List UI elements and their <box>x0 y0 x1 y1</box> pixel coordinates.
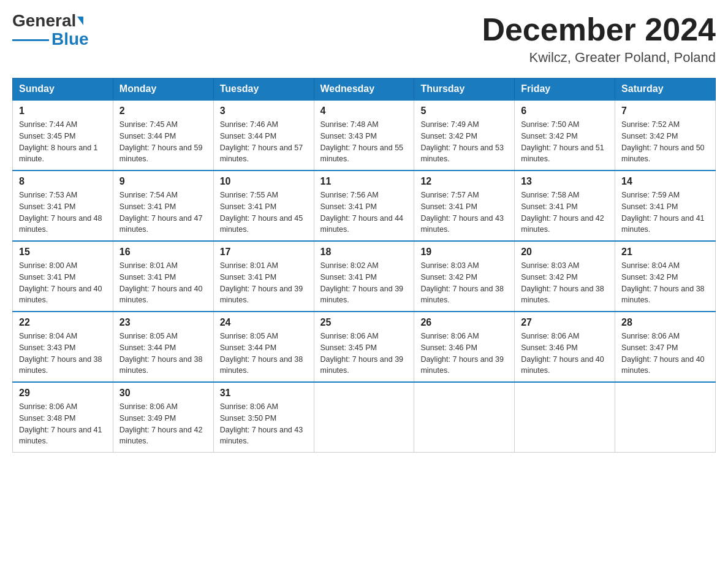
sunset-label: Sunset: 3:41 PM <box>521 202 577 211</box>
sunset-label: Sunset: 3:41 PM <box>320 202 377 211</box>
daylight-label: Daylight: 7 hours and 39 minutes. <box>320 285 404 305</box>
logo-line <box>12 39 49 41</box>
day-headers-row: SundayMondayTuesdayWednesdayThursdayFrid… <box>13 79 716 101</box>
daylight-label: Daylight: 7 hours and 45 minutes. <box>220 214 303 234</box>
day-number: 6 <box>521 105 609 117</box>
month-title: December 2024 <box>482 12 716 47</box>
day-number: 23 <box>119 317 207 328</box>
day-cell <box>314 382 414 453</box>
sunrise-label: Sunrise: 7:48 AM <box>320 120 379 129</box>
sunrise-label: Sunrise: 8:03 AM <box>521 261 579 270</box>
day-number: 27 <box>521 317 609 328</box>
sunset-label: Sunset: 3:47 PM <box>621 343 678 352</box>
day-cell: 31 Sunrise: 8:06 AM Sunset: 3:50 PM Dayl… <box>213 382 314 453</box>
daylight-label: Daylight: 7 hours and 38 minutes. <box>521 285 604 305</box>
day-number: 14 <box>621 176 709 187</box>
daylight-label: Daylight: 7 hours and 50 minutes. <box>621 144 705 164</box>
day-cell: 12 Sunrise: 7:57 AM Sunset: 3:41 PM Dayl… <box>414 170 515 241</box>
sunrise-label: Sunrise: 7:58 AM <box>521 191 579 199</box>
daylight-label: Daylight: 7 hours and 55 minutes. <box>320 144 404 164</box>
daylight-label: Daylight: 7 hours and 40 minutes. <box>19 285 102 305</box>
sunset-label: Sunset: 3:41 PM <box>19 202 75 211</box>
sunset-label: Sunset: 3:42 PM <box>521 273 577 282</box>
daylight-label: Daylight: 7 hours and 41 minutes. <box>19 426 102 446</box>
day-number: 7 <box>621 105 709 117</box>
daylight-label: Daylight: 8 hours and 1 minute. <box>19 144 98 164</box>
sunrise-label: Sunrise: 7:55 AM <box>220 191 278 199</box>
day-cell: 9 Sunrise: 7:54 AM Sunset: 3:41 PM Dayli… <box>113 170 213 241</box>
sunset-label: Sunset: 3:45 PM <box>19 132 75 140</box>
day-info: Sunrise: 7:59 AM Sunset: 3:41 PM Dayligh… <box>621 190 709 236</box>
day-cell: 6 Sunrise: 7:50 AM Sunset: 3:42 PM Dayli… <box>515 100 615 170</box>
day-number: 25 <box>320 317 408 328</box>
sunset-label: Sunset: 3:42 PM <box>420 132 477 140</box>
day-info: Sunrise: 7:53 AM Sunset: 3:41 PM Dayligh… <box>19 190 107 236</box>
sunset-label: Sunset: 3:48 PM <box>19 414 75 423</box>
daylight-label: Daylight: 7 hours and 38 minutes. <box>621 285 705 305</box>
daylight-label: Daylight: 7 hours and 39 minutes. <box>320 355 404 375</box>
daylight-label: Daylight: 7 hours and 38 minutes. <box>420 285 504 305</box>
sunrise-label: Sunrise: 8:06 AM <box>320 332 379 340</box>
sunrise-label: Sunrise: 7:57 AM <box>420 191 479 199</box>
day-info: Sunrise: 8:04 AM Sunset: 3:43 PM Dayligh… <box>19 331 107 377</box>
day-info: Sunrise: 8:06 AM Sunset: 3:46 PM Dayligh… <box>420 331 508 377</box>
col-header-tuesday: Tuesday <box>213 79 314 101</box>
day-cell: 1 Sunrise: 7:44 AM Sunset: 3:45 PM Dayli… <box>13 100 113 170</box>
sunset-label: Sunset: 3:44 PM <box>220 132 276 140</box>
daylight-label: Daylight: 7 hours and 40 minutes. <box>521 355 604 375</box>
day-info: Sunrise: 7:56 AM Sunset: 3:41 PM Dayligh… <box>320 190 408 236</box>
day-number: 8 <box>19 176 107 187</box>
sunset-label: Sunset: 3:43 PM <box>320 132 377 140</box>
sunrise-label: Sunrise: 8:02 AM <box>320 261 379 270</box>
week-row-1: 1 Sunrise: 7:44 AM Sunset: 3:45 PM Dayli… <box>13 100 716 170</box>
sunrise-label: Sunrise: 8:06 AM <box>521 332 579 340</box>
daylight-label: Daylight: 7 hours and 41 minutes. <box>621 214 705 234</box>
sunset-label: Sunset: 3:41 PM <box>119 202 176 211</box>
day-info: Sunrise: 7:49 AM Sunset: 3:42 PM Dayligh… <box>420 119 508 165</box>
day-info: Sunrise: 8:06 AM Sunset: 3:49 PM Dayligh… <box>119 401 207 447</box>
day-number: 9 <box>119 176 207 187</box>
day-cell: 11 Sunrise: 7:56 AM Sunset: 3:41 PM Dayl… <box>314 170 414 241</box>
day-cell: 23 Sunrise: 8:05 AM Sunset: 3:44 PM Dayl… <box>113 312 213 382</box>
sunrise-label: Sunrise: 8:05 AM <box>119 332 178 340</box>
col-header-sunday: Sunday <box>13 79 113 101</box>
day-number: 1 <box>19 105 107 117</box>
sunrise-label: Sunrise: 7:45 AM <box>119 120 178 129</box>
sunrise-label: Sunrise: 8:01 AM <box>220 261 278 270</box>
daylight-label: Daylight: 7 hours and 38 minutes. <box>19 355 102 375</box>
day-cell: 27 Sunrise: 8:06 AM Sunset: 3:46 PM Dayl… <box>515 312 615 382</box>
sunrise-label: Sunrise: 8:01 AM <box>119 261 178 270</box>
sunset-label: Sunset: 3:41 PM <box>19 273 75 282</box>
day-number: 15 <box>19 247 107 258</box>
col-header-saturday: Saturday <box>615 79 716 101</box>
day-cell: 7 Sunrise: 7:52 AM Sunset: 3:42 PM Dayli… <box>615 100 716 170</box>
day-number: 18 <box>320 247 408 258</box>
day-number: 26 <box>420 317 508 328</box>
sunset-label: Sunset: 3:41 PM <box>420 202 477 211</box>
day-info: Sunrise: 8:06 AM Sunset: 3:50 PM Dayligh… <box>220 401 308 447</box>
logo-text-blue: Blue <box>51 31 89 48</box>
day-info: Sunrise: 7:58 AM Sunset: 3:41 PM Dayligh… <box>521 190 609 236</box>
sunrise-label: Sunrise: 8:03 AM <box>420 261 479 270</box>
sunset-label: Sunset: 3:42 PM <box>621 273 678 282</box>
sunset-label: Sunset: 3:42 PM <box>621 132 678 140</box>
col-header-thursday: Thursday <box>414 79 515 101</box>
day-number: 30 <box>119 388 207 399</box>
sunrise-label: Sunrise: 7:52 AM <box>621 120 680 129</box>
day-cell: 13 Sunrise: 7:58 AM Sunset: 3:41 PM Dayl… <box>515 170 615 241</box>
week-row-2: 8 Sunrise: 7:53 AM Sunset: 3:41 PM Dayli… <box>13 170 716 241</box>
day-info: Sunrise: 7:45 AM Sunset: 3:44 PM Dayligh… <box>119 119 207 165</box>
day-info: Sunrise: 7:55 AM Sunset: 3:41 PM Dayligh… <box>220 190 308 236</box>
sunrise-label: Sunrise: 7:46 AM <box>220 120 278 129</box>
day-info: Sunrise: 7:44 AM Sunset: 3:45 PM Dayligh… <box>19 119 107 165</box>
sunset-label: Sunset: 3:50 PM <box>220 414 276 423</box>
day-number: 21 <box>621 247 709 258</box>
sunrise-label: Sunrise: 7:59 AM <box>621 191 680 199</box>
col-header-wednesday: Wednesday <box>314 79 414 101</box>
page-header: General Blue December 2024 Kwilcz, Great… <box>12 12 716 66</box>
location-subtitle: Kwilcz, Greater Poland, Poland <box>482 50 716 66</box>
day-number: 22 <box>19 317 107 328</box>
day-cell: 22 Sunrise: 8:04 AM Sunset: 3:43 PM Dayl… <box>13 312 113 382</box>
sunset-label: Sunset: 3:44 PM <box>220 343 276 352</box>
day-cell: 5 Sunrise: 7:49 AM Sunset: 3:42 PM Dayli… <box>414 100 515 170</box>
